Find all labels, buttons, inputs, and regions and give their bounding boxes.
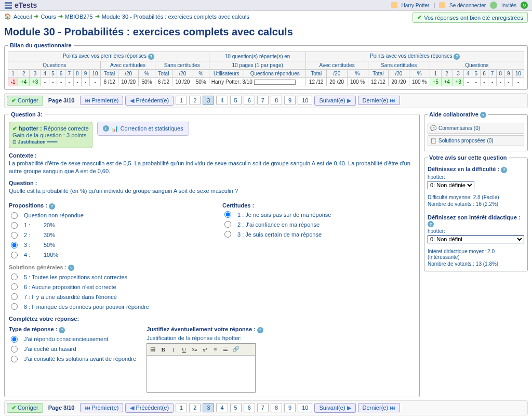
prop-row[interactable]: 3 :50% bbox=[9, 240, 202, 250]
complete-heading: Complétez votre réponse: bbox=[9, 316, 415, 322]
page-1[interactable]: 1 bbox=[176, 403, 187, 412]
source-icon[interactable]: ▤ bbox=[148, 345, 157, 354]
help-icon[interactable]: ? bbox=[257, 327, 263, 333]
radio-gen-6[interactable] bbox=[11, 283, 18, 290]
prop-row[interactable]: 4 :100% bbox=[9, 250, 202, 260]
bc-course[interactable]: MBIOB275 bbox=[65, 14, 93, 20]
bc-courses[interactable]: Cours bbox=[41, 14, 56, 20]
help-icon[interactable]: ? bbox=[148, 54, 154, 60]
page-4[interactable]: 4 bbox=[216, 96, 228, 105]
guests-link[interactable]: Invités bbox=[501, 3, 516, 8]
prev-button[interactable]: ◀Précédent(e) bbox=[125, 403, 174, 413]
type-row[interactable]: J'ai répondu consciencieusement bbox=[9, 334, 136, 344]
next-button[interactable]: Suivant(e)▶ bbox=[314, 96, 355, 106]
bold-icon[interactable]: B bbox=[158, 345, 168, 354]
cert-row[interactable]: 1 : Je ne suis pas sur de ma réponse bbox=[222, 210, 415, 219]
bc-home[interactable]: Accueil bbox=[14, 14, 32, 20]
stats-button[interactable]: i 📊 Correction et statistiques bbox=[97, 122, 189, 136]
radio-type-2[interactable] bbox=[11, 346, 18, 353]
gen-row[interactable]: 6 : Aucune proposition n'est correcte bbox=[9, 282, 202, 292]
radio-gen-7[interactable] bbox=[11, 293, 18, 300]
correct-button[interactable]: ✔Corriger bbox=[7, 403, 43, 413]
prop-row[interactable]: 1 :20% bbox=[9, 220, 202, 230]
gen-row[interactable]: 5 : Toutes les propositions sont correct… bbox=[9, 272, 202, 282]
first-button[interactable]: ⏮Premier(e) bbox=[80, 96, 124, 105]
page-10[interactable]: 10 bbox=[298, 403, 312, 412]
help-icon[interactable]: ? bbox=[454, 54, 460, 60]
radio-prop-3[interactable] bbox=[11, 242, 18, 249]
type-row[interactable]: J'ai coché au hasard bbox=[9, 344, 136, 354]
page-10[interactable]: 10 bbox=[298, 96, 312, 105]
page-5[interactable]: 5 bbox=[230, 403, 242, 412]
radio-prop-2[interactable] bbox=[11, 232, 18, 239]
radio-gen-5[interactable] bbox=[11, 273, 18, 280]
help-icon[interactable]: ? bbox=[49, 203, 55, 210]
prop-row[interactable]: Question non répondue bbox=[9, 211, 202, 220]
comments-button[interactable]: 💬Commentaires (0) bbox=[428, 123, 524, 134]
logout-link[interactable]: Se déconnecter bbox=[449, 3, 486, 8]
editor-toolbar: ▤ B I U x₂ x² ≡ ☰ 🔗 bbox=[147, 344, 255, 356]
page-1[interactable]: 1 bbox=[176, 96, 187, 105]
page-9[interactable]: 9 bbox=[284, 403, 296, 412]
italic-icon[interactable]: I bbox=[169, 345, 178, 354]
page-3[interactable]: 3 bbox=[203, 403, 214, 412]
cert-row[interactable]: 3 : Je suis certain de ma réponse bbox=[222, 229, 415, 239]
gen-row[interactable]: 8 : Il manque des données pour pouvoir r… bbox=[9, 302, 202, 311]
next-button[interactable]: Suivant(e)▶ bbox=[314, 403, 355, 413]
editor-textarea[interactable] bbox=[147, 356, 255, 392]
help-icon[interactable]: ? bbox=[480, 112, 486, 118]
info-icon: i bbox=[103, 125, 109, 132]
link-icon[interactable]: 🔗 bbox=[231, 345, 241, 354]
page-7[interactable]: 7 bbox=[257, 403, 269, 412]
arrow-icon: ➜ bbox=[95, 13, 100, 20]
list-ul-icon[interactable]: ☰ bbox=[221, 345, 230, 354]
check-icon: ✔ bbox=[11, 97, 16, 104]
radio-type-1[interactable] bbox=[11, 336, 18, 343]
page-6[interactable]: 6 bbox=[244, 96, 255, 105]
page-8[interactable]: 8 bbox=[271, 96, 282, 105]
help-icon[interactable]: ? bbox=[501, 167, 507, 173]
radio-prop-4[interactable] bbox=[11, 252, 18, 258]
page-8[interactable]: 8 bbox=[271, 403, 282, 412]
gen-row[interactable]: 7 : Il y a une absurdité dans l'énoncé bbox=[9, 292, 202, 302]
radio-cert-2[interactable] bbox=[224, 221, 231, 228]
question-heading: Question : bbox=[9, 180, 415, 186]
prop-row[interactable]: 2 :30% bbox=[9, 230, 202, 240]
radio-prop-1[interactable] bbox=[11, 222, 18, 229]
superscript-icon[interactable]: x² bbox=[200, 345, 209, 354]
radio-type-3[interactable] bbox=[11, 356, 18, 362]
subscript-icon[interactable]: x₂ bbox=[190, 345, 199, 354]
page-6[interactable]: 6 bbox=[244, 403, 255, 412]
radio-cert-1[interactable] bbox=[224, 211, 231, 218]
bc-module[interactable]: Module 30 - Probabilités : exercices com… bbox=[102, 14, 249, 20]
page-3[interactable]: 3 bbox=[203, 96, 214, 105]
radio-prop-0[interactable] bbox=[11, 212, 18, 219]
page-4[interactable]: 4 bbox=[216, 403, 228, 412]
underline-icon[interactable]: U bbox=[179, 345, 189, 354]
bilan-legend: Bilan du questionnaire bbox=[8, 42, 74, 48]
correct-button[interactable]: ✔Corriger bbox=[7, 96, 43, 106]
help-icon[interactable]: ? bbox=[59, 327, 65, 333]
first-button[interactable]: ⏮Premier(e) bbox=[80, 403, 124, 412]
help-icon[interactable]: ? bbox=[428, 221, 434, 227]
page-9[interactable]: 9 bbox=[284, 96, 296, 105]
difficulty-select[interactable]: 0: Non définie bbox=[428, 181, 474, 189]
radio-cert-3[interactable] bbox=[224, 231, 231, 238]
prev-button[interactable]: ◀Précédent(e) bbox=[125, 96, 174, 106]
user-link[interactable]: Harry Potter bbox=[402, 3, 430, 8]
cert-row[interactable]: 2 : J'ai confiance en ma réponse bbox=[222, 219, 415, 229]
solutions-button[interactable]: 📋Solutions proposées (0) bbox=[428, 135, 524, 146]
last-button[interactable]: Dernier(e)⏭ bbox=[358, 96, 401, 105]
interest-select[interactable]: 0: Non défini bbox=[428, 235, 524, 243]
page-2[interactable]: 2 bbox=[189, 403, 201, 412]
page-indicator: Page 3/10 bbox=[45, 97, 78, 103]
page-5[interactable]: 5 bbox=[230, 96, 242, 105]
list-ol-icon[interactable]: ≡ bbox=[210, 345, 220, 354]
type-row[interactable]: J'ai consulté les solutions avant de rép… bbox=[9, 354, 136, 364]
page-7[interactable]: 7 bbox=[257, 96, 269, 105]
radio-gen-8[interactable] bbox=[11, 303, 18, 310]
last-button[interactable]: Dernier(e)⏭ bbox=[358, 403, 401, 412]
help-icon[interactable]: ? bbox=[68, 265, 74, 271]
page-2[interactable]: 2 bbox=[189, 96, 201, 105]
refresh-icon[interactable]: ↻ bbox=[521, 2, 528, 9]
